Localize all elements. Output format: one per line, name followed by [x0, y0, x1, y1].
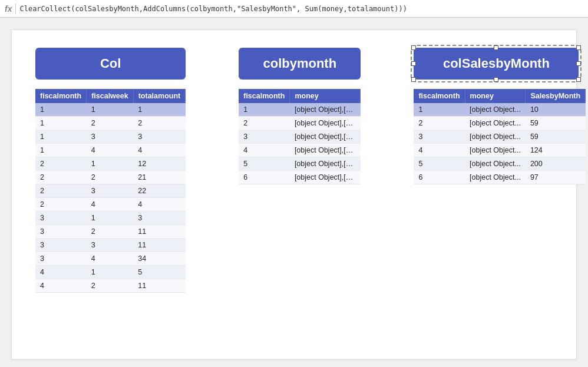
fx-icon: fx — [5, 4, 12, 14]
col-th-totalamount: totalamount — [133, 89, 186, 103]
table-row[interactable]: 2322 — [35, 184, 186, 198]
table-row[interactable]: 6[object Object...97 — [414, 171, 585, 184]
colsalesbymonth-header-row: fiscalmonth money SalesbyMonth — [414, 89, 585, 103]
table-row[interactable]: 3211 — [35, 225, 186, 239]
col-th-fiscalmonth: fiscalmonth — [35, 89, 87, 103]
table-row[interactable]: 2221 — [35, 171, 186, 184]
formula-bar: fx ClearCollect(colSalesbyMonth,AddColum… — [0, 0, 588, 18]
col-label[interactable]: Col — [35, 48, 186, 80]
formula-text[interactable]: ClearCollect(colSalesbyMonth,AddColumns(… — [19, 5, 407, 13]
table-row[interactable]: 144 — [35, 144, 186, 157]
handle-ml — [411, 61, 416, 66]
table-row[interactable]: 3[object Object...59 — [414, 130, 585, 144]
col-label-wrapper: Col — [35, 48, 186, 80]
col-th-fiscalweek: fiscalweek — [87, 89, 134, 103]
col-header-row: fiscalmonth fiscalweek totalamount — [35, 89, 186, 103]
colbymonth-th-fiscalmonth: fiscalmonth — [239, 89, 290, 103]
colbymonth-header-row: fiscalmonth money — [239, 89, 361, 103]
table-row[interactable]: 5[object Object],[ob... — [239, 157, 361, 171]
table-row[interactable]: 244 — [35, 198, 186, 211]
colsalesbymonth-label-wrapper: colSalesbyMonth — [414, 48, 579, 80]
handle-bl — [411, 77, 416, 82]
handle-bm — [494, 77, 498, 82]
table-row[interactable]: 3311 — [35, 239, 186, 252]
table-row[interactable]: 313 — [35, 211, 186, 225]
colsalesbymonth-label[interactable]: colSalesbyMonth — [414, 48, 579, 80]
table-row[interactable]: 111 — [35, 103, 186, 117]
table-row[interactable]: 2[object Object...59 — [414, 117, 585, 130]
table-row[interactable]: 3[object Object],[ob... — [239, 130, 361, 144]
handle-tl — [411, 45, 416, 50]
colsalesbymonth-th-money: money — [465, 89, 526, 103]
table-row[interactable]: 4[object Object...124 — [414, 144, 585, 157]
colsalesbymonth-th-salesbymonth: SalesbyMonth — [526, 89, 586, 103]
colbymonth-label[interactable]: colbymonth — [239, 48, 361, 80]
handle-tm — [494, 45, 498, 50]
colsalesbymonth-table: fiscalmonth money SalesbyMonth 1[object … — [414, 89, 586, 184]
table-row[interactable]: 2[object Object],[ob... — [239, 117, 361, 130]
table-row[interactable]: 133 — [35, 130, 186, 144]
table-row[interactable]: 6[object Object],[ob... — [239, 171, 361, 184]
canvas: Col fiscalmonth fiscalweek totalamount 1… — [11, 29, 577, 359]
table-row[interactable]: 2112 — [35, 157, 186, 171]
handle-tr — [576, 45, 581, 50]
table-row[interactable]: 3434 — [35, 252, 186, 266]
colsalesbymonth-panel: colSalesbyMonth fiscalmonth money Salesb… — [414, 48, 579, 184]
colsalesbymonth-th-fiscalmonth: fiscalmonth — [414, 89, 465, 103]
col-panel: Col fiscalmonth fiscalweek totalamount 1… — [35, 48, 186, 293]
colbymonth-label-wrapper: colbymonth — [239, 48, 361, 80]
table-row[interactable]: 1[object Object...10 — [414, 103, 585, 117]
colbymonth-panel: colbymonth fiscalmonth money 1[object Ob… — [239, 48, 361, 184]
handle-br — [576, 77, 581, 82]
col-table: fiscalmonth fiscalweek totalamount 11112… — [35, 89, 186, 293]
separator — [15, 4, 16, 14]
table-row[interactable]: 122 — [35, 117, 186, 130]
table-row[interactable]: 1[object Object],[ob... — [239, 103, 361, 117]
table-row[interactable]: 4[object Object],[ob... — [239, 144, 361, 157]
colbymonth-th-money: money — [290, 89, 361, 103]
colbymonth-table: fiscalmonth money 1[object Object],[ob..… — [239, 89, 361, 184]
table-row[interactable]: 415 — [35, 266, 186, 279]
handle-mr — [576, 61, 581, 66]
table-row[interactable]: 4211 — [35, 279, 186, 293]
table-row[interactable]: 5[object Object...200 — [414, 157, 585, 171]
collections-row: Col fiscalmonth fiscalweek totalamount 1… — [35, 48, 553, 293]
